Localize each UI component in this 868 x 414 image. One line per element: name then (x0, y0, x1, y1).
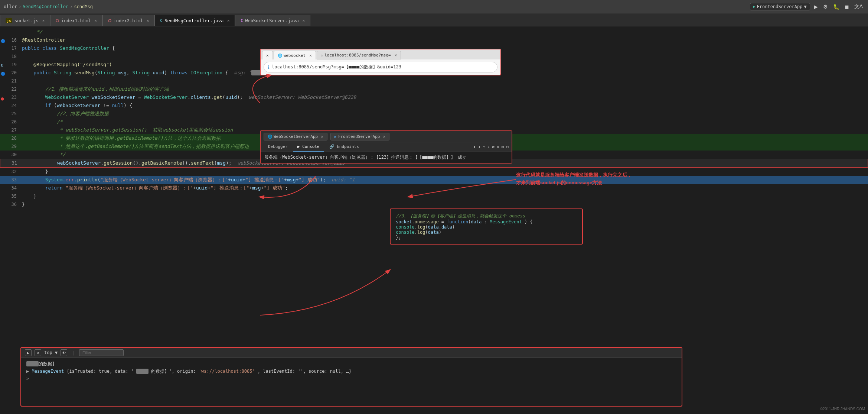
log-prompt: > (26, 375, 676, 382)
tab-bar: js socket.js ✕ ⬡ index1.html ✕ ⬡ index2.… (0, 13, 868, 26)
close-icon[interactable]: ✕ (309, 53, 312, 58)
console-toolbar-icon5[interactable]: ⇄ (492, 145, 495, 149)
ws-icon: 🌐 (268, 135, 272, 139)
console-toolbar-icon7[interactable]: ⊞ (502, 145, 504, 149)
frontend-server-app-tab[interactable]: ▶ FrontendServerApp ✕ (330, 133, 389, 140)
java-icon: C (160, 19, 162, 23)
code-line: 🔵 16 @RestController (0, 36, 868, 44)
console-toolbar-icon8[interactable]: ⊟ (506, 145, 509, 149)
close-icon[interactable]: ✕ (147, 19, 149, 23)
bottom-panel: ▶ ⊘ top ▼ 👁 | ■■■■的数据】 ▶ MessageEvent {i… (20, 347, 682, 407)
code-line: 36 } (0, 200, 868, 208)
code-line: 32 } (0, 168, 868, 176)
close-icon[interactable]: ✕ (395, 53, 397, 58)
snippet-line2: socket.onmessage = function(data : Messa… (396, 219, 577, 224)
console-toolbar-icon3[interactable]: ↑ (483, 145, 485, 149)
separator: | (72, 350, 75, 356)
console-toolbar-icon6[interactable]: ✕ (497, 145, 499, 149)
right-comment-line1: 这行代码就是服务端给客户端发送数据，执行完之后， (516, 171, 702, 179)
close-icon[interactable]: ✕ (383, 134, 385, 139)
browser-tab-websocket-label: websocket (284, 53, 306, 58)
code-line: 24 if (webSocketServer != null) { (0, 101, 868, 110)
stop-btn[interactable]: ⊘ (35, 349, 41, 356)
fs-app-label: FrontendServerApp (338, 134, 380, 139)
browser-tab-bar: ✕ 🌐 websocket ✕ ↻ localhost:8085/sendMsg… (261, 49, 500, 59)
console-tab-endpoints[interactable]: 🔗 Endpoints (325, 142, 363, 152)
java-icon2: C (241, 19, 243, 23)
console-toolbar-icon2[interactable]: ⬇ (478, 145, 481, 149)
console-toolbar-icon1[interactable]: ⬆ (473, 145, 476, 149)
translate-button[interactable]: 文A (853, 3, 864, 11)
code-line: 25 //2、向客户端推送数据 (0, 110, 868, 118)
console-tabs: Debugger ▶ Console 🔗 Endpoints ⬆ ⬇ ↑ ↓ ⇄… (261, 142, 512, 152)
browser-tab-websocket[interactable]: 🌐 websocket ✕ (274, 51, 316, 59)
code-line: 35 } (0, 192, 868, 200)
breadcrumb-part3: sendMsg (74, 4, 93, 9)
debug-button[interactable]: 🐛 (832, 3, 841, 10)
app-selector-label: FrontendServerApp (757, 4, 803, 9)
console-log: ■■■■的数据】 ▶ MessageEvent {isTrusted: true… (21, 358, 682, 385)
close-icon[interactable]: ✕ (227, 19, 229, 23)
code-line: 22 //1、接收前端传来的uuid，根据uuid找到对应的客户端 (0, 85, 868, 93)
eye-btn[interactable]: 👁 (61, 349, 67, 356)
browser-tab-localhost[interactable]: ↻ localhost:8085/sendMsg?msg= ✕ (317, 51, 401, 59)
close-icon[interactable]: ✕ (321, 134, 323, 139)
filter-input[interactable] (79, 349, 124, 356)
websocket-server-app-tab[interactable]: 🌐 WebSocketServerApp ✕ (264, 133, 327, 140)
code-line: 21 (0, 77, 868, 85)
log-object2: 的数据】', origin: (151, 369, 198, 374)
expand-icon[interactable]: ▶ (26, 369, 29, 374)
blurred-data2: ■■■■ (136, 369, 149, 374)
tab-sendmsg-label: SendMsgController.java (164, 18, 223, 23)
watermark: ©2011-JHR.JHANDS.COM (820, 407, 865, 411)
build-button[interactable]: ⚙ (822, 3, 829, 10)
console-toolbar-icon4[interactable]: ↓ (487, 145, 490, 149)
console-tab-debugger[interactable]: Debugger (264, 142, 292, 152)
right-comment: 这行代码就是服务端给客户端发送数据，执行完之后， 才来到前端socket.js的… (516, 171, 702, 187)
code-line: 34 return "服务端（WebSocket-server）向客户端（浏览器… (0, 184, 868, 192)
tab-websocket-label: WebSocketServer.java (245, 18, 299, 23)
tab-socket-js[interactable]: js socket.js ✕ (0, 15, 50, 26)
console-content: 服务端（WebSocket-server）向客户端（浏览器）：【123】推送消息… (261, 152, 512, 163)
html-icon2: ⬡ (108, 19, 111, 23)
console-tab-console[interactable]: ▶ Console (293, 142, 324, 152)
stop-button[interactable]: ◼ (843, 3, 851, 10)
loading-icon: ↻ (321, 53, 323, 57)
browser-tab-localhost-label: localhost:8085/sendMsg?msg= (324, 53, 391, 58)
tab-index1-html[interactable]: ⬡ index1.html ✕ (50, 15, 102, 26)
code-line: */ (0, 28, 868, 36)
log-object3: , lastEventId: '', source: null, …} (258, 369, 352, 374)
log-origin: 'ws://localhost:8085' (199, 369, 255, 374)
close-icon[interactable]: ✕ (42, 19, 45, 23)
info-icon: ℹ (268, 65, 270, 70)
run-button[interactable]: ▶ (812, 3, 819, 10)
breadcrumb: oller › SendMsgController › sendMsg (4, 4, 93, 9)
snippet-line4: console.log(data.data) (396, 224, 577, 230)
blurred-data: ■■■■ (26, 361, 39, 366)
app-selector[interactable]: ▶ FrontendServerApp ▼ (750, 3, 810, 10)
editor-area: */ 🔵 16 @RestController 17 public class … (0, 26, 868, 414)
log-message-event: MessageEvent (32, 369, 66, 374)
snippet-line1: //3、【服务端】给【客户端】推送消息，就会触发这个 onmess (396, 213, 577, 219)
browser-overlay: ✕ 🌐 websocket ✕ ↻ localhost:8085/sendMsg… (260, 49, 501, 75)
breadcrumb-part1: oller (4, 4, 17, 9)
html-icon: ⬡ (56, 19, 59, 23)
log-line2: ▶ MessageEvent {isTrusted: true, data: '… (26, 368, 676, 375)
top-dropdown[interactable]: top ▼ (44, 350, 58, 355)
tab-sendmsg-controller[interactable]: C SendMsgController.java ✕ (154, 15, 235, 26)
breadcrumb-part2: SendMsgController (23, 4, 68, 9)
console-message: 服务端（WebSocket-server）向客户端（浏览器）：【123】推送消息… (264, 155, 467, 160)
tab-websocket-server[interactable]: C WebSocketServer.java ✕ (235, 15, 310, 26)
close-icon[interactable]: ✕ (95, 19, 97, 23)
bottom-toolbar: ▶ ⊘ top ▼ 👁 | (21, 348, 682, 358)
snippet-line5: console.log(data) (396, 230, 577, 235)
tab-index1-label: index1.html (61, 18, 91, 23)
js-icon: js (6, 18, 12, 23)
close-icon[interactable]: ✕ (303, 19, 305, 23)
play-btn[interactable]: ▶ (25, 349, 32, 356)
tab-index2-html[interactable]: ⬡ index2.html ✕ (102, 15, 155, 26)
snippet-line7: }; (396, 235, 577, 240)
console-overlay: 🌐 WebSocketServerApp ✕ ▶ FrontendServerA… (260, 130, 512, 164)
browser-tab-close[interactable]: ✕ (262, 51, 273, 59)
tab-index2-label: index2.html (114, 18, 143, 23)
